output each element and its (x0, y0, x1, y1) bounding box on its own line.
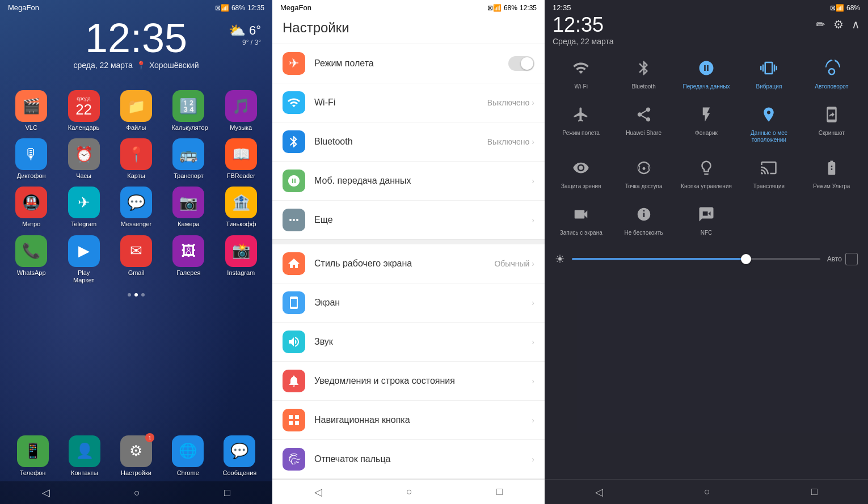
quick-signal: ⊠📶 (830, 4, 844, 12)
quick-tile-record[interactable]: Запись с экрана (550, 197, 612, 242)
app-vlc[interactable]: 🎬 VLC (7, 90, 56, 132)
app-clock[interactable]: ⏰ Часы (59, 138, 108, 180)
quick-nav-back[interactable]: ◁ (595, 486, 603, 498)
auto-toggle[interactable] (845, 253, 858, 265)
dock-contacts[interactable]: 👤 Контакты (58, 435, 110, 477)
app-gallery[interactable]: 🖼 Галерея (164, 235, 213, 284)
settings-item-navbutton[interactable]: Навигационная кнопка › (272, 401, 545, 440)
app-calendar[interactable]: среда 22 Календарь (59, 90, 108, 132)
rotate-tile-icon (820, 56, 844, 80)
wifi-tile-icon (569, 56, 593, 80)
quick-tile-nfc[interactable]: NFC (676, 197, 737, 242)
app-telegram[interactable]: ✈ Telegram (59, 187, 108, 228)
quick-tile-dnd[interactable]: Не беспокоить (613, 197, 674, 242)
quick-settings-icon[interactable]: ⚙ (833, 18, 844, 31)
app-gmail[interactable]: ✉ Gmail (112, 235, 161, 284)
notifications-label: Уведомления и строка состояния (314, 376, 455, 386)
app-messenger[interactable]: 💬 Messenger (112, 187, 161, 228)
quick-tile-cast[interactable]: Трансляция (738, 150, 799, 196)
quick-tile-hotspot[interactable]: Точка доступа (613, 150, 674, 196)
quick-tile-vibrate[interactable]: Вибрация (738, 50, 799, 96)
home-status-bar: MegaFon ⊠📶 68% 12:35 (0, 0, 272, 13)
quick-action-buttons: ✏ ⚙ ∧ (816, 13, 860, 31)
dock-phone[interactable]: 📱 Телефон (7, 435, 58, 477)
quick-close-icon[interactable]: ∧ (852, 18, 860, 31)
brightness-row: ☀ Авто (545, 247, 868, 272)
quick-tile-airplane[interactable]: Режим полета (550, 97, 612, 149)
app-tinkoff[interactable]: 🏦 Тинькофф (217, 187, 266, 228)
dnd-tile-icon (632, 202, 656, 226)
quick-tile-bluetooth[interactable]: Bluetooth (613, 50, 674, 96)
wifi-tile-label: Wi-Fi (575, 83, 588, 90)
settings-item-screen[interactable]: Экран › (272, 283, 545, 323)
settings-nav-home[interactable]: ○ (406, 486, 412, 498)
app-icon-metro: 🚇 (15, 187, 47, 218)
settings-battery: 68% (504, 4, 517, 12)
quick-tile-navbutton[interactable]: Кнопка управления (676, 150, 737, 196)
quick-tile-rotate[interactable]: Автоповорот (801, 50, 862, 96)
app-transport[interactable]: 🚌 Транспорт (164, 138, 213, 180)
huaweishare-tile-icon (632, 103, 656, 126)
quick-tile-location[interactable]: Данные о мес тоположении (738, 97, 799, 149)
settings-item-bluetooth[interactable]: Bluetooth Выключено › (272, 122, 545, 162)
quick-header: 12:35 Среда, 22 марта ✏ ⚙ ∧ (545, 13, 868, 46)
airplane-tile-label: Режим полета (562, 130, 599, 137)
app-music[interactable]: 🎵 Музыка (217, 90, 266, 132)
vibrate-tile-icon (757, 56, 781, 80)
quick-tile-screenshot[interactable]: Скриншот (801, 97, 862, 149)
dock-settings[interactable]: ⚙ 1 Настройки (110, 435, 162, 477)
app-files[interactable]: 📁 Файлы (112, 90, 161, 132)
airplane-toggle[interactable] (508, 56, 534, 71)
settings-item-more[interactable]: Еще › (272, 201, 545, 239)
brightness-fill (572, 258, 745, 260)
quick-nav-recent[interactable]: □ (811, 486, 818, 498)
quick-tile-data[interactable]: Передача данных (676, 50, 737, 96)
more-content: Еще › (314, 215, 534, 225)
quick-tile-eyeprotect[interactable]: Защита зрения (550, 150, 612, 196)
settings-item-airplane[interactable]: ✈ Режим полета (272, 44, 545, 83)
mobiledata-chevron: › (532, 176, 534, 185)
app-fbreader[interactable]: 📖 FBReader (217, 138, 266, 180)
quick-tile-flash[interactable]: Фонарик (676, 97, 737, 149)
mobiledata-icon-box (283, 170, 305, 192)
settings-item-sound[interactable]: Звук › (272, 323, 545, 362)
home-nav-recent[interactable]: □ (224, 487, 230, 499)
home-nav-back[interactable]: ◁ (42, 486, 50, 499)
quick-time-date: 12:35 Среда, 22 марта (553, 13, 614, 46)
app-whatsapp[interactable]: 📞 WhatsApp (7, 235, 56, 284)
app-label-playstore: Play Маркет (67, 269, 101, 284)
app-recorder[interactable]: 🎙 Диктофон (7, 138, 56, 180)
settings-nav-back[interactable]: ◁ (314, 486, 322, 498)
settings-item-homescreen[interactable]: Стиль рабочего экрана Обычный › (272, 244, 545, 283)
brightness-thumb[interactable] (741, 254, 751, 264)
quick-date: Среда, 22 марта (553, 37, 614, 46)
quick-nav-home[interactable]: ○ (704, 486, 710, 498)
home-nav-home[interactable]: ○ (134, 487, 140, 499)
home-battery: 68% (231, 4, 245, 12)
app-instagram[interactable]: 📸 Instagram (217, 235, 266, 284)
app-calc[interactable]: 🔢 Калькулятор (164, 90, 213, 132)
settings-item-wifi[interactable]: Wi-Fi Выключено › (272, 83, 545, 122)
mobiledata-svg (287, 174, 301, 188)
quick-tile-wifi[interactable]: Wi-Fi (550, 50, 612, 96)
app-icon-telegram: ✈ (68, 187, 100, 218)
airplane-content: Режим полета (314, 56, 534, 71)
settings-item-notifications[interactable]: Уведомления и строка состояния › (272, 362, 545, 401)
wifi-icon-box (283, 91, 305, 114)
app-playstore[interactable]: ▶ Play Маркет (59, 235, 108, 284)
home-location: Хорошёвский (149, 61, 199, 70)
app-maps[interactable]: 📍 Карты (112, 138, 161, 180)
app-camera[interactable]: 📷 Камера (164, 187, 213, 228)
dock-chrome[interactable]: 🌐 Chrome (162, 435, 214, 477)
settings-nav-recent[interactable]: □ (496, 486, 503, 498)
settings-item-mobiledata[interactable]: Моб. передача данных › (272, 162, 545, 201)
quick-tile-ultra[interactable]: Режим Ультра (801, 150, 862, 196)
homescreen-icon-box (283, 252, 305, 275)
dock-messages[interactable]: 💬 Сообщения (214, 435, 266, 477)
quick-edit-icon[interactable]: ✏ (816, 18, 825, 31)
app-metro[interactable]: 🚇 Метро (7, 187, 56, 228)
settings-item-fingerprint[interactable]: Отпечаток пальца › (272, 440, 545, 478)
app-icon-fbreader: 📖 (225, 138, 257, 170)
quick-tile-huaweishare[interactable]: Huawei Share (613, 97, 674, 149)
brightness-track[interactable] (572, 258, 820, 260)
